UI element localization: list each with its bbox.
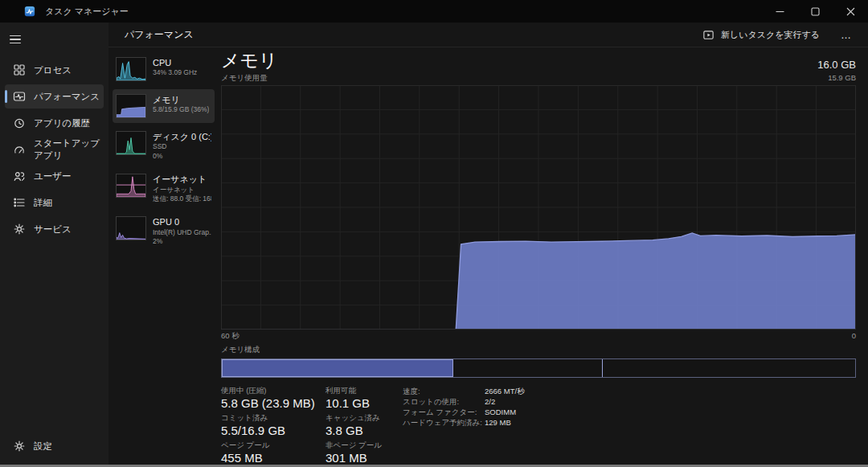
x-axis-left-label: 60 秒 (221, 331, 240, 342)
sidebar-item-details[interactable]: 詳細 (5, 190, 104, 215)
stat-value: 5.8 GB (23.9 MB) (221, 396, 317, 410)
window-body: プロセスパフォーマンスアプリの履歴スタートアップ アプリユーザー詳細サービス 設… (0, 23, 868, 465)
stat-cell: 利用可能 10.1 GB (326, 386, 391, 410)
close-button[interactable] (833, 0, 868, 23)
rail-item-gpu[interactable]: GPU 0Intel(R) UHD Grap...2% (113, 211, 215, 251)
performance-body: CPU34% 3.09 GHz メモリ5.8/15.9 GB (36%) ディス… (108, 47, 868, 465)
users-icon (13, 170, 26, 182)
rail-item-subtext: 34% 3.09 GHz (153, 68, 197, 77)
titlebar: タスク マネージャー (0, 0, 868, 23)
stat-cell: 非ページ プール 301 MB (326, 440, 391, 465)
hardware-stat-value: 2666 MT/秒 (485, 386, 525, 396)
rail-item-title: GPU 0 (153, 216, 211, 227)
composition-segment-3 (603, 359, 855, 377)
run-new-task-button[interactable]: 新しいタスクを実行する (698, 27, 825, 43)
app-history-icon (13, 117, 26, 129)
stat-cell: ページ プール 455 MB (221, 440, 317, 465)
memory-title: メモリ (221, 51, 278, 71)
memory-header: メモリ 16.0 GB (221, 51, 856, 71)
hardware-stat-label: スロットの使用: (403, 396, 485, 407)
sidebar-item-settings[interactable]: 設定 (5, 434, 104, 458)
sidebar-item-processes[interactable]: プロセス (5, 58, 104, 82)
run-new-task-icon (702, 29, 714, 41)
more-options-button[interactable]: … (837, 29, 855, 41)
chart-caption-row: メモリ使用量 15.9 GB (221, 73, 856, 84)
stat-cell: キャッシュ済み 3.8 GB (326, 413, 391, 437)
rail-item-subtext: 0% (153, 152, 211, 161)
rail-item-disk[interactable]: ディスク 0 (C:)SSD0% (113, 126, 215, 166)
rail-item-subtext: イーサネット (153, 186, 211, 195)
sidebar-item-label: ユーザー (34, 170, 72, 182)
x-axis-right-label: 0 (852, 331, 856, 342)
stat-value: 301 MB (326, 451, 391, 465)
app-icon (24, 6, 35, 17)
sidebar-item-label: スタートアップ アプリ (34, 137, 104, 162)
performance-rail: CPU34% 3.09 GHz メモリ5.8/15.9 GB (36%) ディス… (113, 51, 215, 465)
details-icon (13, 196, 26, 209)
hardware-stat-row: ハードウェア予約済み: 129 MB (403, 417, 525, 428)
sidebar-item-services[interactable]: サービス (5, 217, 104, 241)
rail-item-cpu[interactable]: CPU34% 3.09 GHz (113, 52, 215, 86)
window-title: タスク マネージャー (45, 6, 129, 18)
rail-item-subtext: SSD (153, 142, 211, 151)
hardware-stat-label: フォーム ファクター: (403, 407, 485, 417)
maximize-button[interactable] (797, 0, 833, 23)
window-controls (762, 0, 868, 23)
stat-value: 10.1 GB (326, 396, 391, 410)
stat-value: 5.5/16.9 GB (221, 424, 317, 437)
rail-item-title: イーサネット (153, 174, 211, 185)
services-icon (13, 223, 26, 236)
content-header: パフォーマンス 新しいタスクを実行する … (108, 23, 868, 47)
sidebar-bottom: 設定 (0, 434, 108, 465)
minimize-button[interactable] (762, 0, 797, 23)
memory-stats: 使用中 (圧縮) 5.8 GB (23.9 MB)利用可能 10.1 GBコミッ… (221, 386, 856, 465)
hardware-stat-value: 129 MB (485, 417, 511, 428)
rail-item-title: CPU (153, 57, 197, 68)
memory-usage-chart (221, 85, 856, 330)
stat-label: 非ページ プール (326, 440, 391, 449)
hardware-stat-row: フォーム ファクター: SODIMM (403, 407, 525, 417)
sidebar-item-performance[interactable]: パフォーマンス (5, 84, 104, 109)
hardware-stat-label: ハードウェア予約済み: (403, 417, 485, 428)
cpu-mini-chart (116, 57, 146, 81)
rail-item-subtext: 5.8/15.9 GB (36%) (153, 105, 209, 114)
gpu-mini-chart (116, 216, 146, 240)
header-actions: 新しいタスクを実行する … (698, 27, 855, 43)
sidebar-nav: プロセスパフォーマンスアプリの履歴スタートアップ アプリユーザー詳細サービス (0, 53, 108, 241)
memory-mini-chart (116, 94, 146, 118)
rail-item-subtext: Intel(R) UHD Grap... (153, 228, 211, 237)
rail-item-memory[interactable]: メモリ5.8/15.9 GB (36%) (113, 89, 215, 123)
stat-label: キャッシュ済み (326, 413, 391, 422)
rail-item-subtext: 送信: 88.0 受信: 168 Kbps (153, 195, 211, 203)
task-manager-window: タスク マネージャー プロセスパフォーマンスアプリの履歴スタートアップ アプリユ… (0, 0, 868, 467)
sidebar-item-startup-apps[interactable]: スタートアップ アプリ (5, 137, 104, 162)
sidebar-item-label: パフォーマンス (34, 91, 100, 103)
menu-toggle-icon[interactable] (10, 29, 34, 50)
hardware-stat-value: SODIMM (485, 407, 516, 417)
stat-value: 3.8 GB (326, 424, 391, 437)
sidebar-item-label: アプリの履歴 (34, 117, 90, 129)
composition-label: メモリ構成 (221, 345, 856, 355)
rail-item-title: ディスク 0 (C:) (153, 131, 211, 142)
ethernet-mini-chart (116, 174, 146, 198)
settings-label: 設定 (34, 440, 52, 453)
sidebar: プロセスパフォーマンスアプリの履歴スタートアップ アプリユーザー詳細サービス 設… (0, 23, 108, 465)
stat-label: コミット済み (221, 413, 317, 422)
content: パフォーマンス 新しいタスクを実行する … CPU34% 3.09 GHz メモ… (108, 23, 868, 465)
chart-caption: メモリ使用量 (221, 73, 268, 84)
memory-stats-left: 使用中 (圧縮) 5.8 GB (23.9 MB)利用可能 10.1 GBコミッ… (221, 386, 391, 465)
gear-icon (13, 440, 26, 453)
memory-stats-right: 速度: 2666 MT/秒スロットの使用: 2/2フォーム ファクター: SOD… (403, 386, 525, 465)
hardware-stat-value: 2/2 (485, 396, 495, 407)
stat-label: 使用中 (圧縮) (221, 386, 317, 395)
sidebar-item-app-history[interactable]: アプリの履歴 (5, 111, 104, 135)
memory-composition-bar (221, 358, 856, 378)
startup-apps-icon (13, 143, 26, 156)
stat-label: ページ プール (221, 440, 317, 449)
rail-item-title: メモリ (153, 94, 209, 105)
rail-item-ethernet[interactable]: イーサネットイーサネット送信: 88.0 受信: 168 Kbps (113, 169, 215, 208)
memory-total: 16.0 GB (817, 59, 856, 71)
rail-item-subtext: 2% (153, 237, 211, 246)
sidebar-item-users[interactable]: ユーザー (5, 164, 104, 188)
processes-icon (13, 63, 26, 76)
